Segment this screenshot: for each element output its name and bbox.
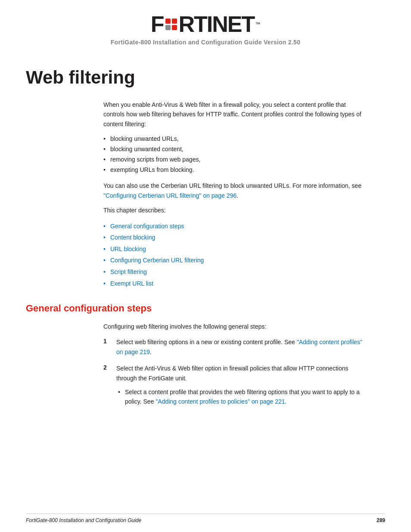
step-1-text-after: . [150, 348, 152, 355]
footer-page-number: 289 [377, 517, 385, 523]
step-2-sub-item-1: Select a content profile that provides t… [116, 387, 368, 407]
step-2-sub-list: Select a content profile that provides t… [116, 387, 368, 407]
link-cerberian[interactable]: Configuring Cerberian URL filtering [110, 257, 204, 264]
step-1-content: Select web filtering options in a new or… [116, 337, 368, 357]
step-2-text: Select the Anti-Virus & Web filter optio… [116, 365, 348, 381]
chapter-link-item-1[interactable]: General configuration steps [103, 221, 368, 232]
main-content: Web filtering When you enable Anti-Virus… [0, 50, 411, 441]
step-2-sub-text-after: . [285, 398, 287, 405]
intro-para-2-text: You can also use the Cerberian URL filte… [103, 182, 361, 189]
link-content-blocking[interactable]: Content blocking [110, 234, 155, 241]
logo-rtinet-letters: RTINET [179, 13, 255, 35]
footer: FortiGate-800 Installation and Configura… [26, 513, 385, 523]
step-2-sub-link[interactable]: "Adding content profiles to policies" on… [156, 398, 285, 405]
chapter-link-item-3[interactable]: URL blocking [103, 243, 368, 255]
link-url-blocking[interactable]: URL blocking [110, 246, 146, 252]
content-types-list: blocking unwanted URLs, blocking unwante… [103, 134, 368, 175]
intro-para-2: You can also use the Cerberian URL filte… [103, 181, 368, 200]
intro-section: When you enable Anti-Virus & Web filter … [103, 100, 368, 289]
header-subtitle: FortiGate-800 Installation and Configura… [0, 39, 411, 46]
logo-f-letter: F [151, 13, 164, 35]
step-1-text-before: Select web filtering options in a new or… [116, 339, 297, 345]
logo-dot-bottom-right [172, 25, 177, 30]
intro-para-1: When you enable Anti-Virus & Web filter … [103, 100, 368, 129]
link-script-filtering[interactable]: Script filtering [110, 268, 147, 275]
logo-trademark: ™ [255, 21, 260, 27]
chapter-describes-text: This chapter describes: [103, 205, 368, 215]
link-general-config[interactable]: General configuration steps [110, 223, 184, 230]
list-item-1: blocking unwanted URLs, [103, 134, 368, 144]
footer-text: FortiGate-800 Installation and Configura… [26, 517, 141, 523]
step-2: 2 Select the Anti-Virus & Web filter opt… [103, 364, 368, 408]
page-title: Web filtering [26, 67, 385, 88]
list-item-4: exempting URLs from blocking. [103, 165, 368, 175]
chapter-link-item-5[interactable]: Script filtering [103, 266, 368, 278]
logo-dot-top-left [165, 19, 171, 24]
list-item-3: removing scripts from web pages, [103, 155, 368, 165]
chapter-link-item-6[interactable]: Exempt URL list [103, 278, 368, 289]
section-1-heading: General configuration steps [26, 303, 385, 314]
chapter-link-item-2[interactable]: Content blocking [103, 232, 368, 243]
logo-container: F RTINET ™ [0, 13, 411, 35]
link-exempt-url[interactable]: Exempt URL list [110, 280, 153, 287]
steps-container: Configuring web filtering involves the f… [103, 322, 368, 408]
cerberian-link-1[interactable]: "Configuring Cerberian URL filtering" on… [103, 192, 237, 199]
list-item-2: blocking unwanted content, [103, 144, 368, 155]
logo-grid-icon [165, 19, 177, 30]
step-2-content: Select the Anti-Virus & Web filter optio… [116, 364, 368, 408]
page-wrapper: F RTINET ™ FortiGate-800 Installation an… [0, 0, 411, 532]
chapter-link-item-4[interactable]: Configuring Cerberian URL filtering [103, 255, 368, 266]
step-2-number: 2 [103, 364, 116, 371]
step-1-number: 1 [103, 337, 116, 345]
step-1: 1 Select web filtering options in a new … [103, 337, 368, 357]
logo-dot-bottom-left [165, 25, 171, 30]
logo-dot-top-right [172, 19, 177, 24]
header: F RTINET ™ FortiGate-800 Installation an… [0, 0, 411, 50]
steps-intro: Configuring web filtering involves the f… [103, 322, 368, 331]
fortinet-logo: F RTINET ™ [151, 13, 261, 35]
chapter-links-list: General configuration steps Content bloc… [103, 221, 368, 289]
intro-para-2-end: . [237, 192, 238, 199]
